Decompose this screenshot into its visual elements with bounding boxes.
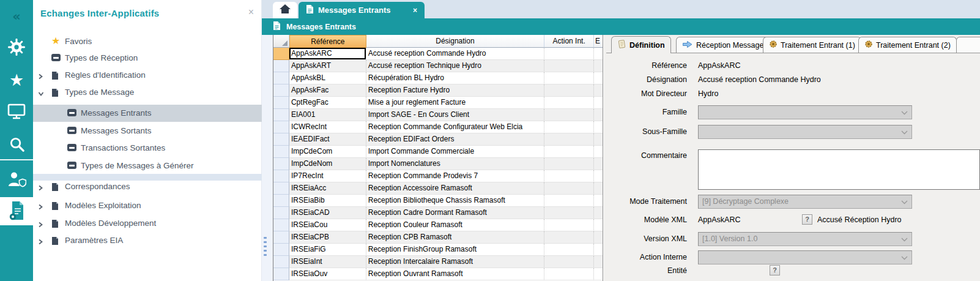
row-gutter-cell[interactable] xyxy=(273,268,289,280)
cell-reference[interactable]: IEAEDIFact xyxy=(289,133,366,146)
cell-action-int[interactable] xyxy=(544,256,594,268)
cell-reference[interactable]: ImpCdeCom xyxy=(289,146,366,158)
table-row[interactable]: IRSEiaOuvReception Ouvrant Ramasoft xyxy=(273,268,603,280)
tree-item-messages-entrants[interactable]: Messages Entrants xyxy=(33,105,262,122)
row-gutter-cell[interactable] xyxy=(273,207,289,219)
cell-action-int[interactable] xyxy=(544,195,594,207)
cell-action-int[interactable] xyxy=(544,72,594,84)
table-row[interactable]: IRSEiaFiGReception FinishGroup Ramasoft xyxy=(273,244,603,256)
close-icon[interactable]: × xyxy=(248,7,254,18)
rail-user-security-button[interactable] xyxy=(0,169,33,192)
select-all-corner-cell[interactable] xyxy=(273,35,289,48)
row-gutter-cell[interactable] xyxy=(273,182,289,195)
cell-e[interactable] xyxy=(594,133,603,146)
cell-designation[interactable]: Reception Couleur Ramasoft xyxy=(366,219,544,231)
tree-item-favoris[interactable]: ★Favoris xyxy=(33,33,262,50)
row-gutter-cell[interactable] xyxy=(273,158,289,170)
cell-action-int[interactable] xyxy=(544,146,594,158)
field-combo-famille[interactable] xyxy=(698,105,912,119)
cell-reference[interactable]: IRSEiaBib xyxy=(289,195,366,207)
rail-favorites-button[interactable]: ★ xyxy=(0,68,33,91)
field-textarea-commentaire[interactable] xyxy=(698,149,980,190)
cell-e[interactable] xyxy=(594,219,603,231)
cell-reference[interactable]: CptRegFac xyxy=(289,97,366,109)
detail-tab-traitement-entrant-2-[interactable]: Traitement Entrant (2) xyxy=(858,37,957,53)
column-header-e[interactable]: E xyxy=(594,35,603,48)
rail-settings-button[interactable] xyxy=(0,37,33,60)
cell-designation[interactable]: Reception Commande Prodevis 7 xyxy=(366,170,544,182)
cell-e[interactable] xyxy=(594,146,603,158)
chevron-right-icon[interactable] xyxy=(38,72,43,81)
cell-designation[interactable]: Import SAGE - En Cours Client xyxy=(366,109,544,121)
cell-reference[interactable]: IRSEiaInt xyxy=(289,256,366,268)
cell-reference[interactable]: AppAskBL xyxy=(289,72,366,84)
rail-eia-module-button[interactable] xyxy=(0,200,33,223)
cell-e[interactable] xyxy=(594,170,603,182)
table-row[interactable]: IRSEiaAccReception Accessoire Ramasoft xyxy=(273,182,603,195)
row-gutter-cell[interactable] xyxy=(273,121,289,133)
cell-action-int[interactable] xyxy=(544,158,594,170)
row-gutter-cell[interactable] xyxy=(273,231,289,244)
cell-designation[interactable]: Reception Ouvrant Ramasoft xyxy=(366,268,544,280)
close-tab-icon[interactable]: × xyxy=(413,6,417,15)
detail-tab-traitement-entrant-1-[interactable]: Traitement Entrant (1) xyxy=(763,37,861,53)
cell-designation[interactable]: Récupération BL Hydro xyxy=(366,72,544,84)
cell-designation[interactable]: Mise a jour reglement Facture xyxy=(366,97,544,109)
cell-action-int[interactable] xyxy=(544,268,594,280)
cell-e[interactable] xyxy=(594,207,603,219)
cell-designation[interactable]: Reception Commande Configurateur Web Elc… xyxy=(366,121,544,133)
cell-reference[interactable]: ImpCdeNom xyxy=(289,158,366,170)
cell-action-int[interactable] xyxy=(544,133,594,146)
table-row[interactable]: CptRegFacMise a jour reglement Facture xyxy=(273,97,603,109)
cell-action-int[interactable] xyxy=(544,121,594,133)
cell-action-int[interactable] xyxy=(544,244,594,256)
tab-messages-entrants[interactable]: Messages Entrants × xyxy=(299,2,425,18)
rail-collapse-sidebar-button[interactable]: « xyxy=(0,5,33,28)
cell-e[interactable] xyxy=(594,195,603,207)
table-row[interactable]: AppAskFacReception Facture Hydro xyxy=(273,84,603,97)
row-gutter-cell[interactable] xyxy=(273,60,289,72)
tree-item-r-gles-d-identification[interactable]: Règles d'Identification xyxy=(33,67,262,84)
cell-action-int[interactable] xyxy=(544,60,594,72)
tree-item-types-de-messages-g-n-rer[interactable]: Types de Messages à Générer xyxy=(33,157,262,174)
tree-item-mod-les-exploitation[interactable]: Modèles Exploitation xyxy=(33,197,262,214)
chevron-right-icon[interactable] xyxy=(38,238,43,247)
cell-e[interactable] xyxy=(594,84,603,97)
row-gutter-cell[interactable] xyxy=(273,256,289,268)
cell-e[interactable] xyxy=(594,182,603,195)
rail-workstation-button[interactable] xyxy=(0,101,33,124)
table-row[interactable]: ICWRecIntReception Commande Configurateu… xyxy=(273,121,603,133)
tree-item-param-tres-eia[interactable]: Paramètres EIA xyxy=(33,232,262,249)
cell-action-int[interactable] xyxy=(544,109,594,121)
cell-reference[interactable]: AppAskARC xyxy=(289,48,366,60)
cell-e[interactable] xyxy=(594,97,603,109)
field-combo-sous-famille[interactable] xyxy=(698,125,912,139)
chevron-right-icon[interactable] xyxy=(38,220,43,230)
row-gutter-cell[interactable] xyxy=(273,244,289,256)
row-gutter-cell[interactable] xyxy=(273,219,289,231)
cell-reference[interactable]: IP7RecInt xyxy=(289,170,366,182)
panel-splitter[interactable] xyxy=(262,35,273,281)
cell-action-int[interactable] xyxy=(544,219,594,231)
column-header-r-f-rence[interactable]: Référence xyxy=(289,35,366,48)
detail-tab-d-finition[interactable]: Définition xyxy=(611,36,671,53)
cell-e[interactable] xyxy=(594,244,603,256)
row-gutter-cell[interactable] xyxy=(273,72,289,84)
column-header-action-int-[interactable]: Action Int. xyxy=(544,35,594,48)
tree-item-transactions-sortantes[interactable]: Transactions Sortantes xyxy=(33,140,262,157)
table-row[interactable]: IRSEiaCPBReception CPB Ramasoft xyxy=(273,231,603,244)
table-row[interactable]: AppAskARTAccusé reception Technique Hydr… xyxy=(273,60,603,72)
chevron-right-icon[interactable] xyxy=(38,184,43,193)
tree-item-types-de-message[interactable]: Types de Message xyxy=(33,84,262,101)
table-row[interactable]: EIA001Import SAGE - En Cours Client xyxy=(273,109,603,121)
table-row[interactable]: AppAskARCAccusé reception Commande Hydro xyxy=(273,48,603,60)
cell-reference[interactable]: IRSEiaCAD xyxy=(289,207,366,219)
row-gutter-cell[interactable] xyxy=(273,146,289,158)
cell-designation[interactable]: Import Commande Commerciale xyxy=(366,146,544,158)
field-combo-action-interne[interactable] xyxy=(698,250,912,264)
row-gutter-cell[interactable] xyxy=(273,97,289,109)
cell-reference[interactable]: ICWRecInt xyxy=(289,121,366,133)
help-button-entit-[interactable]: ? xyxy=(770,265,780,275)
cell-reference[interactable]: IRSEiaAcc xyxy=(289,182,366,195)
cell-e[interactable] xyxy=(594,72,603,84)
